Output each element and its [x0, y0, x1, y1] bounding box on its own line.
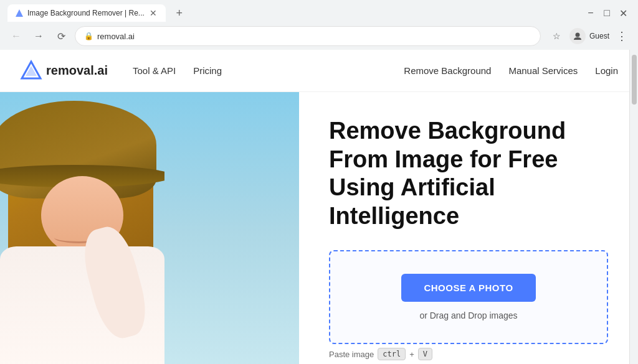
profile-label: Guest [589, 32, 609, 40]
drag-drop-text: or Drag and Drop images [419, 310, 517, 320]
new-tab-button[interactable]: + [171, 4, 188, 22]
manual-services-link[interactable]: Manual Services [508, 65, 578, 76]
v-key: V [418, 348, 432, 360]
pricing-link[interactable]: Pricing [193, 65, 222, 76]
browser-toolbar: ← → ⟳ 🔒 removal.ai ☆ Guest ⋮ [0, 22, 638, 50]
tab-title: Image Background Remover | Re... [27, 9, 145, 17]
logo-icon [20, 60, 42, 82]
profile-icon [573, 31, 583, 41]
remove-bg-link[interactable]: Remove Background [404, 65, 491, 76]
reload-button[interactable]: ⟳ [52, 27, 70, 45]
page-content: removal.ai Tool & API Pricing Remove Bac… [0, 50, 638, 364]
tab-close-button[interactable]: ✕ [148, 8, 158, 18]
profile-button[interactable] [569, 28, 586, 44]
address-bar[interactable]: 🔒 removal.ai [75, 26, 541, 46]
paste-area: Paste image ctrl + V [329, 348, 608, 360]
menu-button[interactable]: ⋮ [613, 27, 631, 45]
forward-button[interactable]: → [30, 27, 47, 45]
bookmarks-button[interactable]: ☆ [548, 27, 566, 45]
lock-icon: 🔒 [84, 32, 93, 40]
site-header: removal.ai Tool & API Pricing Remove Bac… [0, 50, 638, 92]
login-link[interactable]: Login [595, 65, 618, 76]
logo[interactable]: removal.ai [20, 60, 108, 82]
favicon [15, 9, 24, 17]
window-maximize-button[interactable]: □ [599, 6, 614, 21]
tool-api-link[interactable]: Tool & API [133, 65, 176, 76]
upload-zone[interactable]: CHOOSE A PHOTO or Drag and Drop images [329, 250, 608, 344]
svg-point-1 [575, 33, 579, 37]
url-text: removal.ai [97, 32, 531, 41]
hero-title: Remove Background From Image for Free Us… [329, 117, 608, 230]
plus-sign: + [409, 350, 414, 359]
scrollbar[interactable] [629, 50, 638, 364]
browser-titlebar: Image Background Remover | Re... ✕ + − □… [0, 0, 638, 22]
choose-photo-button[interactable]: CHOOSE A PHOTO [401, 274, 535, 302]
ctrl-key: ctrl [378, 348, 406, 360]
window-close-button[interactable]: ✕ [616, 6, 631, 21]
scrollbar-thumb[interactable] [632, 55, 637, 105]
person-figure [0, 92, 164, 364]
hero-image-container [0, 92, 299, 364]
browser-window: Image Background Remover | Re... ✕ + − □… [0, 0, 638, 364]
main-nav: Tool & API Pricing [133, 65, 222, 76]
window-minimize-button[interactable]: − [583, 6, 598, 21]
hero-content: Remove Background From Image for Free Us… [299, 92, 638, 364]
nav-right: Remove Background Manual Services Login [404, 65, 618, 76]
paste-label: Paste image [329, 350, 374, 359]
svg-marker-0 [16, 9, 23, 17]
back-button[interactable]: ← [7, 27, 25, 45]
browser-tab[interactable]: Image Background Remover | Re... ✕ [7, 4, 166, 22]
hero-section: Remove Background From Image for Free Us… [0, 92, 638, 364]
logo-text: removal.ai [46, 63, 108, 78]
